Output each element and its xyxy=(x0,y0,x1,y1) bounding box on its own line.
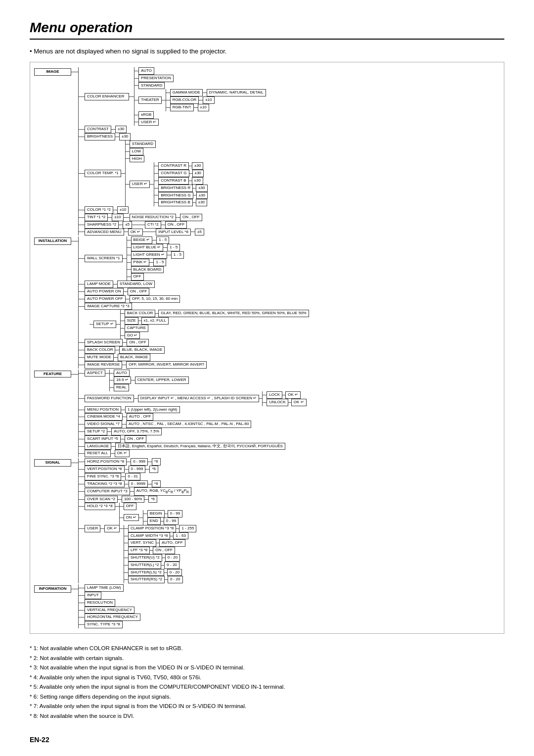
note-1: * 1: Not available when COLOR ENHANCER i… xyxy=(30,644,504,654)
note-4: * 4: Available only when the input signa… xyxy=(30,673,504,683)
note-3: * 3: Not available when the input signal… xyxy=(30,663,504,673)
note-7: * 7: Available only when the input signa… xyxy=(30,702,504,711)
intro-text: Menus are not displayed when no signal i… xyxy=(30,47,504,55)
note-5: * 5: Available only when the input signa… xyxy=(30,682,504,692)
menu-diagram: IMAGE COLOR ENHANCER xyxy=(30,62,504,634)
note-8: * 8: Not available when the source is DV… xyxy=(30,711,504,721)
note-2: * 2: Not available with certain signals. xyxy=(30,654,504,663)
note-6: * 6: Setting range differs depending on … xyxy=(30,692,504,702)
notes-section: * 1: Not available when COLOR ENHANCER i… xyxy=(30,644,504,721)
page-number: EN-22 xyxy=(30,736,504,744)
page-title: Menu operation xyxy=(30,20,504,40)
